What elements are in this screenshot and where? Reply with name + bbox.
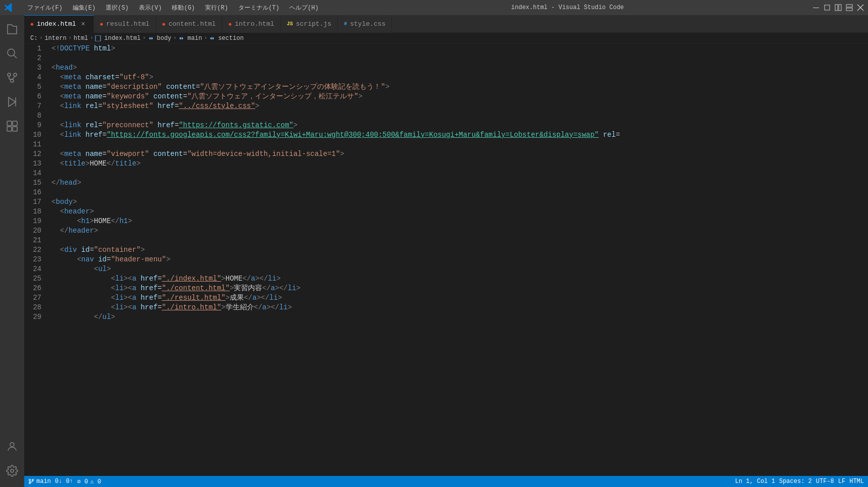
status-line-ending[interactable]: LF bbox=[838, 478, 845, 485]
tab-label-index: index.html bbox=[37, 20, 76, 28]
svg-rect-1 bbox=[825, 5, 830, 10]
line-content-26[interactable]: <li><a href="./content.html">実習内容</a></l… bbox=[49, 284, 868, 293]
tab-content-html[interactable]: ◆ content.html bbox=[156, 15, 222, 33]
breadcrumb-index-html[interactable]: index.html bbox=[95, 35, 140, 42]
activity-run[interactable] bbox=[0, 90, 24, 114]
line-content-24[interactable]: <ul> bbox=[49, 264, 868, 274]
status-ln-col[interactable]: Ln 1, Col 1 bbox=[735, 478, 775, 485]
menu-bar[interactable]: ファイル(F) 編集(E) 選択(S) 表示(V) 移動(G) 実行(R) ター… bbox=[23, 3, 323, 13]
status-errors[interactable]: ⊘ 0 bbox=[77, 478, 88, 485]
line-content-6[interactable]: <meta name="keywords" content="八雲ソフトウェア，… bbox=[49, 92, 868, 101]
status-sync[interactable]: 0↓ 0↑ bbox=[55, 478, 73, 485]
code-line-26: 26 <li><a href="./content.html">実習内容</a>… bbox=[24, 284, 868, 293]
code-editor[interactable]: 1 <!DOCTYPE html> 2 3 <head> 4 <meta cha… bbox=[24, 44, 868, 476]
breadcrumb-c[interactable]: C: bbox=[30, 35, 37, 42]
close-icon[interactable] bbox=[857, 4, 864, 11]
breadcrumb-sep-3: › bbox=[90, 35, 93, 41]
status-encoding[interactable]: UTF-8 bbox=[816, 478, 834, 485]
svg-rect-4 bbox=[846, 5, 852, 7]
activity-account[interactable] bbox=[0, 435, 24, 459]
breadcrumb-sep-4: › bbox=[143, 35, 146, 41]
layout-icon[interactable] bbox=[846, 4, 853, 11]
breadcrumb-element-icon-section bbox=[209, 35, 215, 41]
line-content-2[interactable] bbox=[49, 53, 868, 63]
status-spaces[interactable]: Spaces: 2 bbox=[779, 478, 812, 485]
line-content-27[interactable]: <li><a href="./result.html">成果</a></li> bbox=[49, 293, 868, 303]
activity-settings[interactable] bbox=[0, 459, 24, 483]
line-number-22: 22 bbox=[24, 245, 49, 255]
activity-extensions[interactable] bbox=[0, 114, 24, 138]
code-line-15: 15 </head> bbox=[24, 178, 868, 188]
breadcrumb-body[interactable]: body bbox=[148, 35, 172, 42]
menu-select[interactable]: 選択(S) bbox=[101, 3, 133, 13]
minimize-icon[interactable] bbox=[812, 4, 820, 11]
line-content-10[interactable]: <link href="https://fonts.googleapis.com… bbox=[49, 130, 868, 140]
tab-label-content: content.html bbox=[169, 20, 216, 28]
menu-help[interactable]: ヘルプ(H) bbox=[285, 3, 323, 13]
line-content-22[interactable]: <div id="container"> bbox=[49, 245, 868, 255]
line-content-8[interactable] bbox=[49, 111, 868, 121]
line-content-4[interactable]: <meta charset="utf-8"> bbox=[49, 73, 868, 82]
activity-source-control[interactable] bbox=[0, 66, 24, 90]
menu-file[interactable]: ファイル(F) bbox=[23, 3, 67, 13]
line-content-13[interactable]: <title>HOME</title> bbox=[49, 159, 868, 169]
status-branch[interactable]: main bbox=[28, 478, 51, 485]
line-content-3[interactable]: <head> bbox=[49, 63, 868, 73]
line-content-16[interactable] bbox=[49, 188, 868, 197]
line-content-28[interactable]: <li><a href="./intro.html">学生紹介</a></li> bbox=[49, 303, 868, 312]
line-content-29[interactable]: </ul> bbox=[49, 312, 868, 322]
menu-go[interactable]: 移動(G) bbox=[168, 3, 199, 13]
svg-point-35 bbox=[32, 479, 34, 481]
line-content-5[interactable]: <meta name="description" content="八雲ソフトウ… bbox=[49, 82, 868, 92]
menu-view[interactable]: 表示(V) bbox=[135, 3, 166, 13]
menu-terminal[interactable]: ターミナル(T) bbox=[234, 3, 284, 13]
run-icon bbox=[6, 96, 18, 108]
tab-result-html[interactable]: ◆ result.html bbox=[94, 15, 156, 33]
code-line-29: 29 </ul> bbox=[24, 312, 868, 322]
activity-search[interactable] bbox=[0, 41, 24, 66]
breadcrumb-sep-1: › bbox=[39, 35, 42, 41]
svg-point-11 bbox=[14, 73, 17, 76]
breadcrumb-html[interactable]: html bbox=[74, 35, 88, 42]
restore-icon[interactable] bbox=[824, 4, 831, 11]
menu-run[interactable]: 実行(R) bbox=[201, 3, 232, 13]
line-content-20[interactable]: </header> bbox=[49, 226, 868, 236]
search-icon bbox=[6, 47, 18, 60]
activity-explorer[interactable] bbox=[0, 17, 24, 41]
line-content-19[interactable]: <h1>HOME</h1> bbox=[49, 217, 868, 226]
line-content-23[interactable]: <nav id="header-menu"> bbox=[49, 255, 868, 264]
line-content-17[interactable]: <body> bbox=[49, 197, 868, 207]
line-number-14: 14 bbox=[24, 169, 49, 178]
files-icon bbox=[6, 23, 18, 35]
line-content-14[interactable] bbox=[49, 169, 868, 178]
line-content-11[interactable] bbox=[49, 140, 868, 149]
line-content-7[interactable]: <link rel="stylesheet" href="../css/styl… bbox=[49, 101, 868, 111]
line-content-25[interactable]: <li><a href="./index.html">HOME</a></li> bbox=[49, 274, 868, 284]
breadcrumb-main[interactable]: main bbox=[178, 35, 202, 42]
line-content-21[interactable] bbox=[49, 236, 868, 245]
line-content-18[interactable]: <header> bbox=[49, 207, 868, 217]
line-content-15[interactable]: </head> bbox=[49, 178, 868, 188]
code-line-23: 23 <nav id="header-menu"> bbox=[24, 255, 868, 264]
breadcrumb-html-file-icon bbox=[95, 35, 101, 41]
tab-script-js[interactable]: JS script.js bbox=[281, 15, 338, 33]
line-content-12[interactable]: <meta name="viewport" content="width=dev… bbox=[49, 149, 868, 159]
status-language[interactable]: HTML bbox=[849, 478, 864, 485]
line-content-1[interactable]: <!DOCTYPE html> bbox=[49, 44, 868, 53]
window-controls[interactable] bbox=[812, 4, 864, 11]
tab-style-css[interactable]: # style.css bbox=[338, 15, 392, 33]
code-line-19: 19 <h1>HOME</h1> bbox=[24, 217, 868, 226]
split-icon[interactable] bbox=[835, 4, 842, 11]
status-warnings[interactable]: ⚠ 0 bbox=[90, 478, 101, 485]
tab-close-index[interactable]: × bbox=[79, 20, 87, 28]
tab-intro-html[interactable]: ◆ intro.html bbox=[222, 15, 281, 33]
breadcrumb-intern[interactable]: intern bbox=[44, 35, 66, 42]
vscode-logo-icon bbox=[4, 3, 13, 12]
line-number-16: 16 bbox=[24, 188, 49, 197]
tab-index-html[interactable]: ◆ index.html × bbox=[24, 15, 94, 33]
line-number-25: 25 bbox=[24, 274, 49, 284]
line-content-9[interactable]: <link rel="preconnect" href="https://fon… bbox=[49, 121, 868, 130]
menu-edit[interactable]: 編集(E) bbox=[69, 3, 100, 13]
breadcrumb-section[interactable]: section bbox=[209, 35, 243, 42]
line-number-24: 24 bbox=[24, 264, 49, 274]
